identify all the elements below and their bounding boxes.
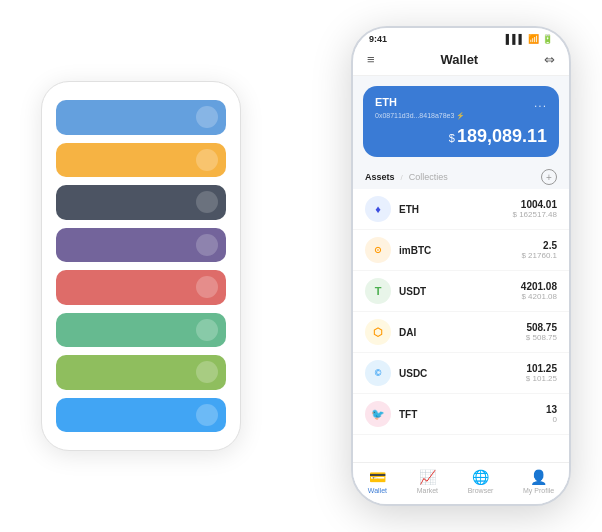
dai-amount: 508.75 <box>526 322 557 333</box>
dai-balance-info: 508.75 $ 508.75 <box>526 322 557 342</box>
bg-card-6[interactable] <box>56 313 226 348</box>
imbtc-amount: 2.5 <box>521 240 557 251</box>
eth-card[interactable]: ETH ... 0x08711d3d...8418a78e3 ⚡ $189,08… <box>363 86 559 157</box>
dai-icon: ⬡ <box>365 319 391 345</box>
usdc-icon: © <box>365 360 391 386</box>
page-title: Wallet <box>440 52 478 67</box>
usdc-name: USDC <box>399 368 518 379</box>
nav-market-label: Market <box>417 487 438 494</box>
dai-usd: $ 508.75 <box>526 333 557 342</box>
status-bar: 9:41 ▌▌▌ 📶 🔋 <box>353 28 569 48</box>
imbtc-icon: ⊙ <box>365 237 391 263</box>
tft-amount: 13 <box>546 404 557 415</box>
usdt-icon: T <box>365 278 391 304</box>
bg-card-8[interactable] <box>56 398 226 433</box>
eth-balance-amount: 189,089.11 <box>457 126 547 146</box>
asset-item-dai[interactable]: ⬡ DAI 508.75 $ 508.75 <box>353 312 569 353</box>
wallet-icon: 💳 <box>369 469 386 485</box>
eth-amount: 1004.01 <box>513 199 558 210</box>
bg-card-3[interactable] <box>56 185 226 220</box>
tft-name: TFT <box>399 409 538 420</box>
assets-tab-divider: / <box>401 173 403 182</box>
status-time: 9:41 <box>369 34 387 44</box>
nav-browser[interactable]: 🌐 Browser <box>468 469 494 494</box>
usdt-name: USDT <box>399 286 513 297</box>
bg-card-7[interactable] <box>56 355 226 390</box>
assets-tab-collectibles[interactable]: Collecties <box>409 172 448 182</box>
hamburger-icon[interactable]: ≡ <box>367 52 375 67</box>
eth-card-top: ETH ... <box>375 96 547 110</box>
nav-profile-label: My Profile <box>523 487 554 494</box>
tft-icon: 🐦 <box>365 401 391 427</box>
asset-item-tft[interactable]: 🐦 TFT 13 0 <box>353 394 569 435</box>
usdc-amount: 101.25 <box>526 363 557 374</box>
tft-balance-info: 13 0 <box>546 404 557 424</box>
bg-card-5[interactable] <box>56 270 226 305</box>
dai-name: DAI <box>399 327 518 338</box>
bg-card-4[interactable] <box>56 228 226 263</box>
phone-header: ≡ Wallet ⇔ <box>353 48 569 76</box>
assets-tab-active[interactable]: Assets <box>365 172 395 182</box>
bottom-nav: 💳 Wallet 📈 Market 🌐 Browser 👤 My Profile <box>353 462 569 504</box>
bg-card-2[interactable] <box>56 143 226 178</box>
imbtc-usd: $ 21760.1 <box>521 251 557 260</box>
eth-address: 0x08711d3d...8418a78e3 ⚡ <box>375 112 547 120</box>
nav-wallet-label: Wallet <box>368 487 387 494</box>
status-icons: ▌▌▌ 📶 🔋 <box>506 34 553 44</box>
eth-label: ETH <box>375 96 397 108</box>
eth-balance-symbol: $ <box>449 132 455 144</box>
tft-usd: 0 <box>546 415 557 424</box>
eth-usd: $ 162517.48 <box>513 210 558 219</box>
market-icon: 📈 <box>419 469 436 485</box>
wifi-icon: 📶 <box>528 34 539 44</box>
eth-icon: ♦ <box>365 196 391 222</box>
imbtc-name: imBTC <box>399 245 513 256</box>
battery-icon: 🔋 <box>542 34 553 44</box>
profile-icon: 👤 <box>530 469 547 485</box>
usdc-usd: $ 101.25 <box>526 374 557 383</box>
nav-browser-label: Browser <box>468 487 494 494</box>
signal-icon: ▌▌▌ <box>506 34 525 44</box>
phone-content: ETH ... 0x08711d3d...8418a78e3 ⚡ $189,08… <box>353 76 569 504</box>
assets-header: Assets / Collecties + <box>353 165 569 189</box>
scene: 9:41 ▌▌▌ 📶 🔋 ≡ Wallet ⇔ ETH ... 0x08711d… <box>11 11 591 521</box>
assets-tabs: Assets / Collecties <box>365 172 448 182</box>
asset-item-usdc[interactable]: © USDC 101.25 $ 101.25 <box>353 353 569 394</box>
asset-item-imbtc[interactable]: ⊙ imBTC 2.5 $ 21760.1 <box>353 230 569 271</box>
usdt-amount: 4201.08 <box>521 281 557 292</box>
bg-card-1[interactable] <box>56 100 226 135</box>
eth-balance-info: 1004.01 $ 162517.48 <box>513 199 558 219</box>
asset-list: ♦ ETH 1004.01 $ 162517.48 ⊙ imBTC 2.5 $ … <box>353 189 569 462</box>
usdt-balance-info: 4201.08 $ 4201.08 <box>521 281 557 301</box>
foreground-phone: 9:41 ▌▌▌ 📶 🔋 ≡ Wallet ⇔ ETH ... 0x08711d… <box>351 26 571 506</box>
asset-item-usdt[interactable]: T USDT 4201.08 $ 4201.08 <box>353 271 569 312</box>
usdc-balance-info: 101.25 $ 101.25 <box>526 363 557 383</box>
nav-profile[interactable]: 👤 My Profile <box>523 469 554 494</box>
imbtc-balance-info: 2.5 $ 21760.1 <box>521 240 557 260</box>
eth-balance: $189,089.11 <box>375 126 547 147</box>
nav-market[interactable]: 📈 Market <box>417 469 438 494</box>
scan-icon[interactable]: ⇔ <box>544 52 555 67</box>
eth-name: ETH <box>399 204 505 215</box>
eth-options-icon[interactable]: ... <box>534 96 547 110</box>
background-phone <box>41 81 241 451</box>
browser-icon: 🌐 <box>472 469 489 485</box>
nav-wallet[interactable]: 💳 Wallet <box>368 469 387 494</box>
asset-item-eth[interactable]: ♦ ETH 1004.01 $ 162517.48 <box>353 189 569 230</box>
assets-add-button[interactable]: + <box>541 169 557 185</box>
usdt-usd: $ 4201.08 <box>521 292 557 301</box>
